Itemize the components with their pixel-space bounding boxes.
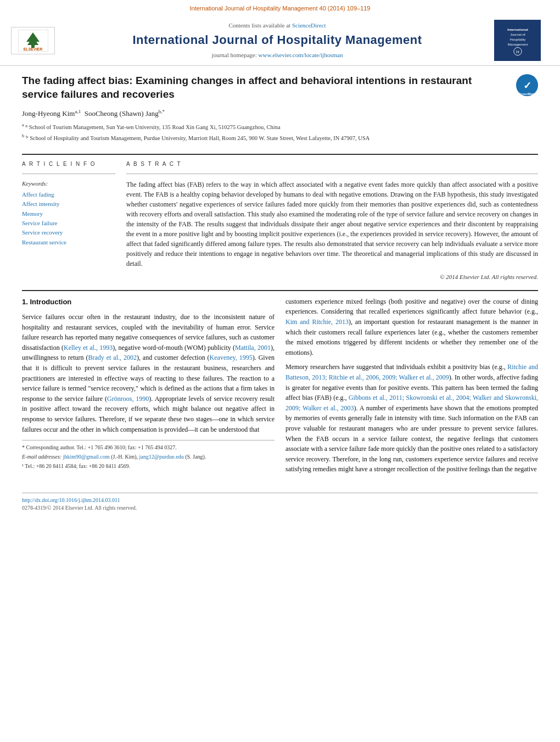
copyright: © 2014 Elsevier Ltd. All rights reserved… [126, 273, 538, 281]
ref-gibbons[interactable]: Gibbons et al., 2011; Skowronski et al.,… [285, 394, 538, 412]
right-journal-logo: International Journal of Hospitality Man… [494, 20, 544, 61]
keyword-memory: Memory [22, 210, 115, 218]
footnote-corresponding: * Corresponding author. Tel.: +1 765 496… [22, 444, 275, 451]
ref-keaveney[interactable]: Keaveney, 1995 [210, 354, 253, 361]
ref-ritchie-batteson[interactable]: Ritchie and Batteson, 2013; Ritchie et a… [285, 363, 538, 381]
article-info: A R T I C L E I N F O Keywords: Affect f… [22, 160, 115, 281]
svg-text:✓: ✓ [523, 80, 531, 91]
main-content: The fading affect bias: Examining change… [0, 66, 560, 487]
keyword-affect-fading: Affect fading [22, 191, 115, 199]
svg-text:Management: Management [507, 42, 528, 46]
crossmark-icon[interactable]: ✓ CrossMark [516, 74, 538, 96]
ref-kim-ritchie[interactable]: Kim and Ritchie, 2013 [285, 318, 349, 326]
intro-right-p1: customers experience mixed feelings (bot… [285, 297, 538, 358]
doi-line: http://dx.doi.org/10.1016/j.ijhm.2014.03… [22, 496, 538, 504]
sciencedirect-link[interactable]: ScienceDirect [292, 22, 326, 29]
col-right: customers experience mixed feelings (bot… [285, 297, 538, 479]
svg-text:International: International [507, 27, 528, 31]
citation-bar: International Journal of Hospitality Man… [0, 0, 560, 15]
footnotes: * Corresponding author. Tel.: +1 765 496… [22, 440, 275, 470]
ref-gronroos[interactable]: Grönroos, 1990 [107, 395, 149, 403]
intro-heading: 1. Introduction [22, 297, 275, 308]
abstract-section: A B S T R A C T The fading affect bias (… [126, 160, 538, 281]
homepage-line: journal homepage: www.elsevier.com/locat… [60, 51, 494, 59]
email-link-1[interactable]: jhkim90@gmail.com [63, 454, 110, 460]
article-info-label: A R T I C L E I N F O [22, 160, 115, 168]
issn-line: 0278-4319/© 2014 Elsevier Ltd. All right… [22, 504, 538, 512]
ref-kelley[interactable]: Kelley et al., 1993 [64, 344, 113, 352]
abstract-divider [126, 174, 538, 174]
svg-text:H: H [516, 49, 519, 54]
svg-text:ELSEVIER: ELSEVIER [23, 47, 42, 51]
journal-header: ELSEVIER Contents lists available at Sci… [0, 15, 560, 66]
col-left: 1. Introduction Service failures occur o… [22, 297, 275, 479]
elsevier-logo: ELSEVIER [11, 27, 60, 54]
abstract-bottom-divider [22, 290, 538, 291]
intro-right-p2: Memory researchers have suggested that i… [285, 362, 538, 475]
article-info-abstract: A R T I C L E I N F O Keywords: Affect f… [22, 160, 538, 281]
ref-brady[interactable]: Brady et al., 2002 [88, 354, 136, 361]
affiliation-b: b ᵇ School of Hospitality and Tourism Ma… [22, 133, 505, 142]
article-title-text: The fading affect bias: Examining change… [22, 74, 516, 144]
keyword-service-recovery: Service recovery [22, 228, 115, 237]
abstract-label: A B S T R A C T [126, 160, 538, 168]
keyword-service-failure: Service failure [22, 219, 115, 227]
abstract-text: The fading affect bias (FAB) refers to t… [126, 180, 538, 269]
contents-line: Contents lists available at ScienceDirec… [60, 21, 494, 30]
keyword-list: Affect fading Affect intensity Memory Se… [22, 191, 115, 247]
keyword-affect-intensity: Affect intensity [22, 200, 115, 208]
svg-text:CrossMark: CrossMark [518, 92, 536, 96]
article-title-section: The fading affect bias: Examining change… [22, 74, 538, 148]
authors: Jong-Hyeong Kima,1 SooCheong (Shawn) Jan… [22, 108, 505, 119]
keyword-restaurant-service: Restaurant service [22, 238, 115, 247]
keywords-label: Keywords: [22, 180, 115, 188]
homepage-link[interactable]: www.elsevier.com/locate/ijhosman [259, 52, 343, 58]
journal-header-center: Contents lists available at ScienceDirec… [60, 21, 494, 60]
title-divider [22, 154, 538, 155]
email-link-2[interactable]: jang12@purdue.edu [139, 454, 184, 460]
citation-text: International Journal of Hospitality Man… [190, 5, 371, 12]
affiliation-a: a ᵃ School of Tourism Management, Sun Ya… [22, 122, 505, 131]
svg-text:Journal of: Journal of [510, 32, 525, 36]
article-title: The fading affect bias: Examining change… [22, 74, 505, 101]
info-divider [22, 174, 115, 174]
svg-text:Hospitality: Hospitality [509, 37, 526, 41]
intro-left-text: Service failures occur often in the rest… [22, 312, 275, 434]
and-text: and [494, 394, 503, 401]
two-col-intro: 1. Introduction Service failures occur o… [22, 297, 538, 479]
footnote-tel: ¹ Tel.: +86 20 8411 4584; fax: +86 20 84… [22, 462, 275, 470]
page-footer: http://dx.doi.org/10.1016/j.ijhm.2014.03… [22, 493, 538, 512]
journal-title: International Journal of Hospitality Man… [60, 32, 494, 49]
doi-link[interactable]: http://dx.doi.org/10.1016/j.ijhm.2014.03… [22, 497, 120, 503]
footnote-email: E-mail addresses: jhkim90@gmail.com (J.-… [22, 453, 275, 461]
ref-mattila[interactable]: Mattila, 2001 [235, 344, 271, 352]
